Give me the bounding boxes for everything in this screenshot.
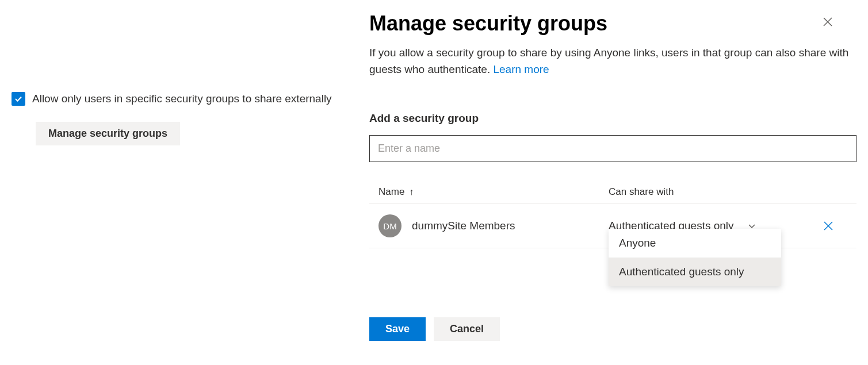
avatar: DM (378, 214, 402, 237)
security-group-name-input[interactable] (369, 135, 856, 162)
dropdown-option-anyone[interactable]: Anyone (609, 229, 781, 258)
column-header-name[interactable]: Name ↑ (378, 186, 609, 198)
column-header-name-text: Name (378, 186, 404, 198)
allow-specific-groups-label: Allow only users in specific security gr… (32, 93, 332, 105)
manage-security-groups-button[interactable]: Manage security groups (36, 122, 180, 145)
sort-ascending-icon: ↑ (409, 187, 414, 197)
add-security-group-label: Add a security group (369, 112, 856, 125)
checkmark-icon (14, 94, 23, 103)
close-icon[interactable] (822, 16, 833, 28)
table-header: Name ↑ Can share with (369, 180, 856, 204)
panel-title: Manage security groups (369, 11, 607, 36)
remove-group-icon[interactable] (823, 221, 833, 231)
can-share-with-dropdown[interactable]: Authenticated guests only Anyone Authent… (609, 220, 756, 232)
allow-specific-groups-checkbox[interactable] (12, 92, 25, 106)
save-button[interactable]: Save (369, 317, 426, 341)
dropdown-menu: Anyone Authenticated guests only (609, 229, 781, 286)
dropdown-option-authenticated-guests[interactable]: Authenticated guests only (609, 258, 781, 286)
panel-description-text: If you allow a security group to share b… (369, 47, 848, 75)
panel-description: If you allow a security group to share b… (369, 45, 856, 78)
learn-more-link[interactable]: Learn more (493, 63, 549, 75)
group-name: dummySite Members (412, 220, 609, 232)
table-row: DM dummySite Members Authenticated guest… (369, 204, 856, 248)
cancel-button[interactable]: Cancel (434, 317, 500, 341)
column-header-can-share[interactable]: Can share with (609, 186, 847, 198)
